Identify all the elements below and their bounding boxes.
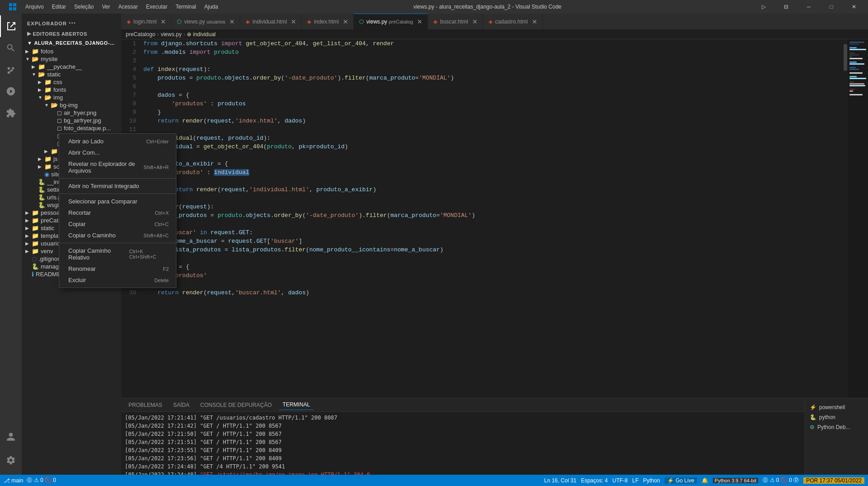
scroll-thumb[interactable] (844, 44, 847, 71)
tab-close-index[interactable]: ✕ (342, 18, 350, 26)
menu-ajuda[interactable]: Ajuda (201, 0, 222, 14)
line-content-11[interactable] (142, 125, 848, 134)
settings-activity-icon[interactable] (0, 449, 22, 471)
terminal-session-1[interactable]: 🐍python (805, 412, 868, 422)
tab-index[interactable]: ◈index.html✕ (302, 14, 354, 29)
tab-views2[interactable]: ⬡views.py preCatalog✕ (354, 14, 428, 29)
tab-login[interactable]: ◈login.html✕ (121, 14, 171, 29)
line-content-9[interactable]: } (142, 108, 848, 117)
run-button[interactable]: ▷ (753, 0, 774, 14)
line-content-8[interactable]: 'produtos' : produtos (142, 99, 848, 108)
context-menu-item-7[interactable]: Copiar o CaminhoShift+Alt+C (59, 230, 176, 241)
eol-status[interactable]: LF (632, 477, 639, 484)
line-content-6[interactable] (142, 82, 848, 91)
context-menu-item-3[interactable]: Abrir no Terminal Integrado (59, 180, 176, 192)
tab-close-individual[interactable]: ✕ (289, 18, 298, 26)
run-debug-activity-icon[interactable] (0, 80, 22, 102)
tree-item-6[interactable]: ▼📂img (22, 94, 121, 101)
minimize-button[interactable]: ─ (798, 0, 819, 14)
context-menu-item-4[interactable]: Selecionar para Comparar (59, 196, 176, 207)
context-menu-item-2[interactable]: Revelar no Explorador de ArquivosShift+A… (59, 158, 176, 176)
line-content-29[interactable] (142, 280, 848, 288)
line-content-15[interactable]: produto_a_exibir = { (142, 160, 848, 168)
line-content-10[interactable]: return render(request,'index.html', dado… (142, 117, 848, 125)
line-content-19[interactable] (142, 194, 848, 203)
menu-editar[interactable]: Editar (48, 0, 70, 14)
menu-arquivo[interactable]: Arquivo (22, 0, 47, 14)
tab-console[interactable]: CONSOLE DE DEPURAÇÃO (197, 400, 275, 410)
menu-acessar[interactable]: Acessar (114, 0, 141, 14)
breadcrumb-item-1[interactable]: preCatalogo (126, 31, 155, 38)
tab-terminal[interactable]: TERMINAL (279, 400, 314, 410)
cursor-position-status[interactable]: Ln 16, Col 31 (544, 477, 576, 484)
language-status[interactable]: Python (643, 477, 660, 484)
line-content-30[interactable]: return render(request,'buscar.html', dad… (142, 288, 848, 297)
explorer-activity-icon[interactable] (0, 15, 22, 37)
notifications-status[interactable]: ⓪ ⚠ 0 🚫 0 ⓟ (763, 477, 799, 484)
close-button[interactable]: ✕ (844, 0, 864, 14)
tree-item-10[interactable]: ◻foto_destaque.p... (22, 124, 121, 132)
terminal-content[interactable]: [05/Jan/2022 17:21:41] "GET /usuarios/ca… (121, 412, 805, 475)
line-content-20[interactable]: def buscar(request): (142, 203, 848, 211)
line-content-25[interactable]: lista_produtos = lista_produtos.filter(n… (142, 245, 848, 254)
tab-individual[interactable]: ◈individual.html✕ (240, 14, 302, 29)
line-content-24[interactable]: nome_a_buscar = request.GET['buscar'] (142, 237, 848, 245)
line-content-22[interactable] (142, 220, 848, 228)
tab-cadastro[interactable]: ◈cadastro.html✕ (483, 14, 543, 29)
line-content-28[interactable]: 'produtos' (142, 271, 848, 280)
tree-item-9[interactable]: ◻bg_airfryer.jpg (22, 117, 121, 124)
tree-item-2[interactable]: ▶📁__pycache__ (22, 63, 121, 71)
maximize-button[interactable]: □ (821, 0, 842, 14)
tab-close-views2[interactable]: ✕ (416, 18, 424, 26)
account-activity-icon[interactable] (0, 426, 22, 448)
tab-close-views[interactable]: ✕ (228, 18, 236, 26)
line-content-16[interactable]: 'produto' : individual (142, 168, 848, 177)
line-content-23[interactable]: if 'buscar' in request.GET: (142, 228, 848, 237)
context-menu-item-9[interactable]: RenomearF2 (59, 263, 176, 274)
line-content-26[interactable] (142, 254, 848, 263)
line-content-7[interactable]: dados = { (142, 91, 848, 99)
breadcrumb-item-2[interactable]: views.py (161, 31, 181, 38)
tree-item-5[interactable]: ▶📁fonts (22, 86, 121, 94)
context-menu-item-0[interactable]: Abrir ao LadoCtrl+Enter (59, 136, 176, 147)
line-content-13[interactable]: individual = get_object_or_404(produto, … (142, 142, 848, 151)
tab-buscar[interactable]: ◈buscar.html✕ (428, 14, 483, 29)
source-control-activity-icon[interactable] (0, 59, 22, 80)
tab-views[interactable]: ⬡views.py usuarios✕ (171, 14, 240, 29)
tree-item-4[interactable]: ▶📁css (22, 78, 121, 86)
root-folder-section[interactable]: ▼ ALURA_RECEITAS_DJANGO-... (22, 38, 121, 47)
tab-saida[interactable]: SAÍDA (170, 400, 193, 410)
tab-close-buscar[interactable]: ✕ (471, 18, 479, 26)
menu-ver[interactable]: Ver (98, 0, 114, 14)
line-content-5[interactable]: produtos = produto.objects.order_by('-da… (142, 74, 848, 82)
editor-area[interactable]: 1from django.shortcuts import get_object… (121, 39, 848, 398)
line-content-27[interactable]: dados = { (142, 263, 848, 271)
encoding-status[interactable]: UTF-8 (612, 477, 628, 484)
menu-terminal[interactable]: Terminal (172, 0, 199, 14)
open-editors-section[interactable]: ▶ EDITORES ABERTOS (22, 29, 121, 38)
layout-button[interactable]: ⊟ (776, 0, 797, 14)
python-version-status[interactable]: Python 3.9.7 64-bit (713, 478, 758, 483)
line-content-18[interactable]: return render(request,'individual.html',… (142, 185, 848, 194)
line-content-21[interactable]: lista_produtos = produto.objects.order_b… (142, 211, 848, 220)
bell-status[interactable]: 🔔 (702, 477, 708, 484)
line-content-17[interactable] (142, 177, 848, 185)
line-content-4[interactable]: def index(request): (142, 65, 848, 74)
breadcrumb-item-3[interactable]: ⊕ individual (187, 31, 215, 38)
context-menu-item-5[interactable]: RecortarCtrl+X (59, 207, 176, 218)
tree-item-1[interactable]: ▼📂mysite (22, 55, 121, 63)
spaces-status[interactable]: Espaços: 4 (581, 477, 607, 484)
line-content-1[interactable]: from django.shortcuts import get_object_… (142, 39, 848, 48)
tree-item-7[interactable]: ▼📂bg-img (22, 101, 121, 109)
editor-scrollbar[interactable] (843, 39, 848, 398)
sidebar-more-icon[interactable]: ··· (69, 19, 76, 27)
tree-item-3[interactable]: ▼📂static (22, 71, 121, 78)
extensions-activity-icon[interactable] (0, 102, 22, 124)
context-menu-item-6[interactable]: CopiarCtrl+C (59, 218, 176, 230)
tree-item-0[interactable]: ▶📁fotos (22, 47, 121, 55)
line-content-2[interactable]: from .models import produto (142, 48, 848, 57)
tree-item-8[interactable]: ◻air_fryer.png (22, 109, 121, 117)
context-menu-item-1[interactable]: Abrir Com... (59, 147, 176, 158)
terminal-session-2[interactable]: ⚙Python Deb... (805, 422, 868, 432)
line-content-14[interactable] (142, 151, 848, 160)
